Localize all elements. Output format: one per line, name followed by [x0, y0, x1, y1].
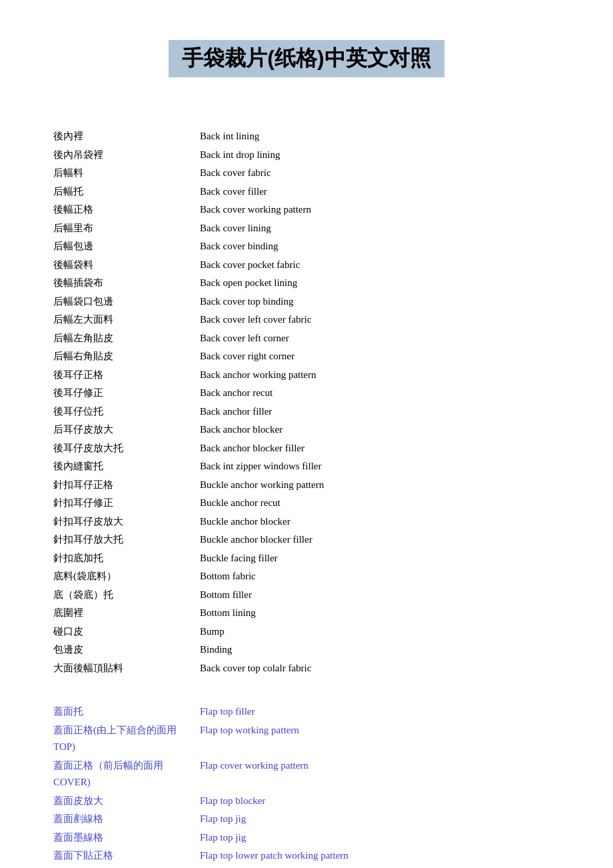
table-row: 后幅包邊Back cover binding [53, 238, 560, 255]
table-row: 蓋面下貼正格Flap top lower patch working patte… [53, 847, 560, 865]
table-row: 後耳仔正格Back anchor working pattern [53, 367, 560, 384]
item-english: Bottom fabric [200, 568, 560, 585]
table-row: 后幅里布Back cover lining [53, 220, 560, 237]
item-chinese: 後耳仔正格 [53, 367, 200, 384]
item-chinese: 後耳仔修正 [53, 385, 200, 402]
table-row: 針扣耳仔放大托Buckle anchor blocker filler [53, 531, 560, 549]
item-english: Back anchor recut [200, 385, 560, 402]
item-english: Flap top jig [200, 811, 560, 828]
item-chinese: 后幅里布 [53, 220, 200, 237]
item-english: Flap top working pattern [200, 722, 560, 756]
table-row: 蓋面剷線格Flap top jig [53, 811, 560, 828]
table-row: 針扣耳仔修正Buckle anchor recut [53, 495, 560, 512]
item-english: Back int zipper windows filler [200, 458, 560, 475]
item-english: Back anchor blocker [200, 421, 560, 439]
item-chinese: 蓋面托 [53, 703, 200, 721]
table-row: 后耳仔皮放大Back anchor blocker [53, 421, 560, 439]
item-english: Buckle anchor recut [200, 495, 560, 512]
item-english: Buckle anchor blocker filler [200, 531, 560, 549]
item-english: Bottom filler [200, 587, 560, 604]
item-chinese: 后幅托 [53, 183, 200, 201]
item-chinese: 底料(袋底料） [53, 568, 200, 585]
item-english: Back cover binding [200, 238, 560, 255]
item-english: Flap top blocker [200, 793, 560, 810]
table-row: 后幅左大面料Back cover left cover fabric [53, 311, 560, 329]
table-row: 蓋面正格(由上下組合的面用 TOP)Flap top working patte… [53, 722, 560, 756]
table-row: 後幅插袋布Back open pocket lining [53, 275, 560, 292]
item-chinese: 蓋面剷線格 [53, 811, 200, 828]
table-row: 後內吊袋裡Back int drop lining [53, 147, 560, 164]
item-chinese: 大面後幅頂貼料 [53, 660, 200, 677]
table-row: 后幅托Back cover filler [53, 183, 560, 201]
item-chinese: 針扣底加托 [53, 550, 200, 567]
item-english: Back cover top binding [200, 293, 560, 311]
table-row: 碰口皮Bump [53, 623, 560, 641]
table-row: 后幅袋口包邊Back cover top binding [53, 293, 560, 311]
item-english: Flap top jig [200, 829, 560, 847]
table-row: 後耳仔位托Back anchor filler [53, 403, 560, 421]
table-row: 底（袋底）托Bottom filler [53, 587, 560, 604]
item-chinese: 后幅包邊 [53, 238, 200, 255]
item-chinese: 碰口皮 [53, 623, 200, 641]
item-chinese: 針扣耳仔皮放大 [53, 513, 200, 531]
table-row: 后幅左角貼皮Back cover left corner [53, 330, 560, 347]
table-row: 后幅右角貼皮Back cover right corner [53, 348, 560, 365]
item-chinese: 蓋面正格(由上下組合的面用 TOP) [53, 722, 200, 756]
table-row: 針扣耳仔正格Buckle anchor working pattern [53, 477, 560, 494]
item-chinese: 后幅左大面料 [53, 311, 200, 329]
item-chinese: 后幅袋口包邊 [53, 293, 200, 311]
item-chinese: 底圍裡 [53, 605, 200, 622]
table-row: 蓋面托Flap top filler [53, 703, 560, 721]
item-english: Buckle anchor working pattern [200, 477, 560, 494]
page-title: 手袋裁片(纸格)中英文对照 [169, 40, 444, 77]
table-row: 後耳仔修正Back anchor recut [53, 385, 560, 402]
table-row: 後耳仔皮放大托Back anchor blocker filler [53, 440, 560, 457]
item-english: Buckle facing filler [200, 550, 560, 567]
item-chinese: 後內縫窗托 [53, 458, 200, 475]
item-english: Bump [200, 623, 560, 641]
item-chinese: 針扣耳仔修正 [53, 495, 200, 512]
item-chinese: 後耳仔位托 [53, 403, 200, 421]
item-english: Back anchor blocker filler [200, 440, 560, 457]
item-chinese: 後內裡 [53, 128, 200, 145]
item-english: Flap cover working pattern [200, 757, 560, 791]
item-chinese: 針扣耳仔正格 [53, 477, 200, 494]
item-chinese: 蓋面皮放大 [53, 793, 200, 810]
item-chinese: 後幅插袋布 [53, 275, 200, 292]
item-chinese: 蓋面墨線格 [53, 829, 200, 847]
table-row: 後幅正格Back cover working pattern [53, 201, 560, 219]
item-english: Back cover working pattern [200, 201, 560, 219]
item-english: Back cover fabric [200, 165, 560, 182]
item-english: Buckle anchor blocker [200, 513, 560, 531]
table-row: 蓋面皮放大Flap top blocker [53, 793, 560, 810]
item-english: Binding [200, 641, 560, 659]
item-english: Back cover left corner [200, 330, 560, 347]
item-chinese: 蓋面正格（前后幅的面用 COVER) [53, 757, 200, 791]
item-english: Flap top lower patch working pattern [200, 847, 560, 865]
black-items-section: 後內裡Back int lining後內吊袋裡Back int drop lin… [53, 128, 560, 677]
item-english: Back cover lining [200, 220, 560, 237]
item-english: Back anchor filler [200, 403, 560, 421]
item-chinese: 後幅正格 [53, 201, 200, 219]
table-row: 底料(袋底料）Bottom fabric [53, 568, 560, 585]
item-chinese: 針扣耳仔放大托 [53, 531, 200, 549]
table-row: 蓋面墨線格Flap top jig [53, 829, 560, 847]
table-row: 蓋面正格（前后幅的面用 COVER)Flap cover working pat… [53, 757, 560, 791]
item-chinese: 底（袋底）托 [53, 587, 200, 604]
item-chinese: 后耳仔皮放大 [53, 421, 200, 439]
item-english: Back cover filler [200, 183, 560, 201]
section-gap [53, 690, 560, 703]
table-row: 後幅袋料Back cover pocket fabric [53, 257, 560, 274]
item-chinese: 後內吊袋裡 [53, 147, 200, 164]
item-english: Back cover pocket fabric [200, 257, 560, 274]
item-chinese: 后幅左角貼皮 [53, 330, 200, 347]
item-chinese: 後耳仔皮放大托 [53, 440, 200, 457]
table-row: 後內裡Back int lining [53, 128, 560, 145]
table-row: 包邊皮Binding [53, 641, 560, 659]
item-english: Back int drop lining [200, 147, 560, 164]
item-english: Back int lining [200, 128, 560, 145]
item-english: Back cover left cover fabric [200, 311, 560, 329]
item-english: Back cover right corner [200, 348, 560, 365]
table-row: 后幅料Back cover fabric [53, 165, 560, 182]
item-chinese: 蓋面下貼正格 [53, 847, 200, 865]
